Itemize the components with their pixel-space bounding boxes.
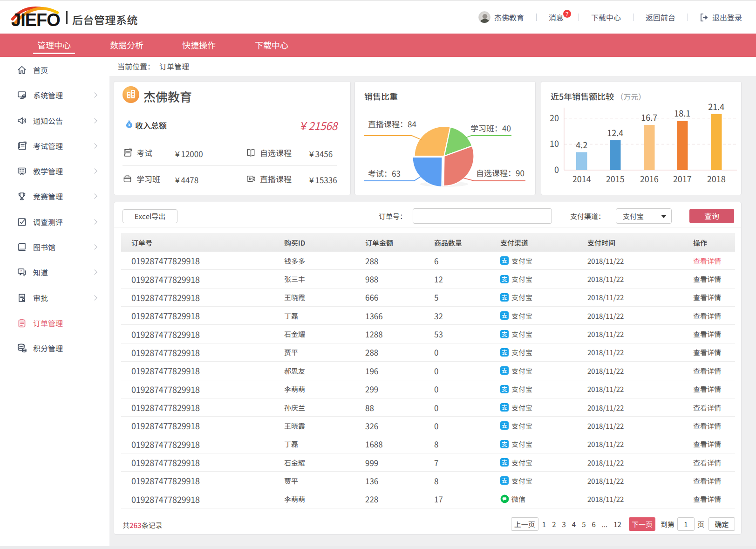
svg-text:21.4: 21.4 bbox=[708, 100, 724, 112]
svg-text:2015: 2015 bbox=[606, 172, 625, 185]
svg-text:考试：63: 考试：63 bbox=[368, 167, 401, 179]
svg-text:直播课程：84: 直播课程：84 bbox=[368, 118, 416, 130]
svg-text:2018: 2018 bbox=[707, 172, 726, 185]
svg-text:12.4: 12.4 bbox=[607, 126, 623, 138]
svg-text:0: 0 bbox=[554, 163, 559, 175]
svg-text:¥: ¥ bbox=[128, 123, 130, 127]
svg-text:JIEFO: JIEFO bbox=[11, 10, 60, 30]
svg-text:2016: 2016 bbox=[640, 172, 659, 185]
svg-text:2017: 2017 bbox=[673, 172, 692, 185]
svg-text:4.2: 4.2 bbox=[576, 138, 587, 151]
svg-text:?: ? bbox=[20, 269, 22, 273]
svg-text:2014: 2014 bbox=[572, 172, 591, 185]
svg-text:20: 20 bbox=[550, 111, 559, 124]
svg-text:学习班：40: 学习班：40 bbox=[470, 122, 511, 134]
svg-text:18.1: 18.1 bbox=[674, 107, 690, 119]
svg-text:10: 10 bbox=[550, 137, 559, 149]
svg-text:自选课程：90: 自选课程：90 bbox=[476, 167, 524, 178]
svg-text:16.7: 16.7 bbox=[641, 111, 657, 123]
